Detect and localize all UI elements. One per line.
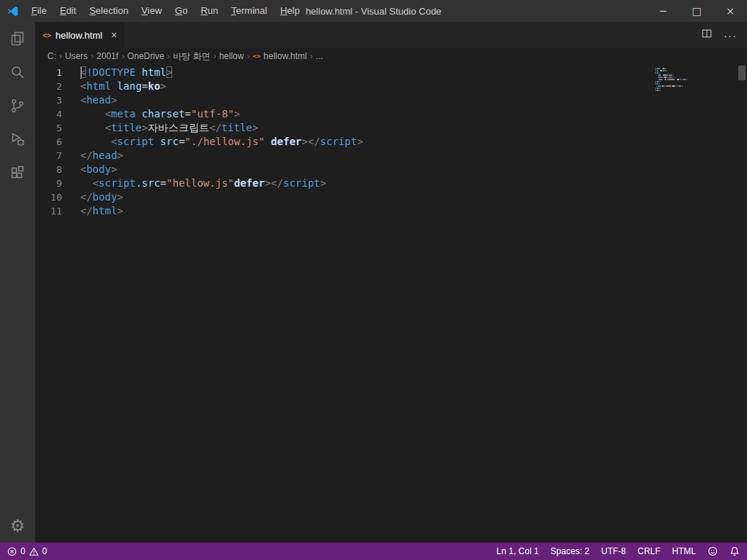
search-icon (9, 63, 26, 81)
menu-go[interactable]: Go (169, 0, 194, 22)
breadcrumb-item[interactable]: C: (47, 51, 56, 61)
editor[interactable]: 1<!DOCTYPE html>2<html lang=ko>3<head>4 … (35, 64, 747, 542)
vscode-window: FileEditSelectionViewGoRunTerminalHelp h… (0, 0, 747, 560)
code-line[interactable]: 6 <script src="./hellow.js" defer></scri… (35, 135, 747, 149)
code-line[interactable]: 5 <title>자바스크립트</title> (35, 121, 747, 135)
activity-bar-manage[interactable]: ⚙ (0, 509, 35, 542)
source-control-branch-icon (9, 97, 26, 114)
tab-hellow-html[interactable]: <> hellow.html × (35, 22, 125, 48)
breadcrumb-item[interactable]: Users (65, 51, 88, 61)
status-bar: 0 0 Ln 1, Col 1Spaces: 2UTF-8CRLFHTML (0, 542, 747, 560)
title-bar: FileEditSelectionViewGoRunTerminalHelp h… (0, 0, 747, 22)
menu-terminal[interactable]: Terminal (225, 0, 274, 22)
status-indentation[interactable]: Spaces: 2 (551, 546, 589, 556)
breadcrumb-item[interactable]: 2001f (96, 51, 118, 61)
gear-icon: ⚙ (10, 518, 26, 534)
chevron-right-icon: › (247, 51, 249, 61)
editor-group: <> hellow.html × ··· C:›Users›2001f›OneD… (35, 22, 747, 542)
tab-bar: <> hellow.html × ··· (35, 22, 747, 48)
chevron-right-icon: › (90, 51, 93, 61)
html-file-icon: <> (42, 31, 51, 39)
menu-help[interactable]: Help (274, 0, 306, 22)
status-eol[interactable]: CRLF (638, 546, 660, 556)
code-line[interactable]: 7</head> (35, 149, 747, 163)
line-number: 4 (35, 107, 80, 121)
breadcrumb-item[interactable]: 바탕 화면 (173, 50, 210, 63)
feedback-smiley-icon[interactable] (708, 546, 718, 556)
minimap[interactable] (655, 68, 702, 92)
line-number: 10 (35, 190, 80, 204)
explorer-files-icon (9, 30, 26, 47)
breadcrumb-item[interactable]: hellow (219, 51, 244, 61)
status-encoding[interactable]: UTF-8 (601, 546, 626, 556)
status-cursor-position[interactable]: Ln 1, Col 1 (497, 546, 539, 556)
menu-selection[interactable]: Selection (82, 0, 134, 22)
warning-count: 0 (42, 546, 47, 556)
status-language-mode[interactable]: HTML (672, 546, 696, 556)
split-editor-button[interactable] (702, 28, 712, 42)
code-line[interactable]: 9 <script.src="hellow.js"defer></script> (35, 176, 747, 190)
notifications-bell-icon[interactable] (729, 546, 740, 556)
tab-label: hellow.html (55, 30, 102, 41)
menu-bar: FileEditSelectionViewGoRunTerminalHelp (25, 0, 306, 22)
code-line[interactable]: 11</html> (35, 204, 747, 218)
vscode-logo-icon (0, 5, 25, 18)
breadcrumb-item[interactable]: <>hellow.html (252, 51, 306, 61)
tab-close-icon[interactable]: × (111, 29, 117, 41)
extensions-icon (9, 164, 26, 182)
line-number: 8 (35, 163, 80, 176)
activity-bar-extensions[interactable] (0, 156, 35, 190)
line-number: 5 (35, 121, 80, 135)
line-number: 3 (35, 93, 80, 107)
run-and-debug-icon (9, 131, 26, 148)
code-line[interactable]: 4 <meta charset="utf-8"> (35, 107, 747, 121)
line-number: 9 (35, 176, 80, 190)
scrollbar-thumb[interactable] (738, 66, 746, 80)
breadcrumb-item[interactable]: ... (316, 51, 323, 61)
editor-scrollbar[interactable] (737, 64, 747, 542)
activity-bar-run-debug[interactable] (0, 122, 35, 156)
split-editor-icon (702, 28, 712, 39)
line-number: 11 (35, 204, 80, 218)
line-number: 6 (35, 135, 80, 149)
chevron-right-icon: › (310, 51, 313, 61)
more-actions-button[interactable]: ··· (724, 29, 737, 42)
error-count: 0 (20, 546, 26, 556)
chevron-right-icon: › (121, 51, 124, 61)
activity-bar: ⚙ (0, 22, 35, 542)
code-line[interactable]: 2<html lang=ko> (35, 79, 747, 93)
chevron-right-icon: › (213, 51, 216, 61)
editor-actions: ··· (702, 22, 747, 48)
code-line[interactable]: 8<body> (35, 163, 747, 176)
breadcrumb: C:›Users›2001f›OneDrive›바탕 화면›hellow›<>h… (35, 48, 747, 64)
activity-bar-explorer[interactable] (0, 22, 35, 55)
error-icon (7, 547, 17, 556)
window-controls: ─ □ × (646, 0, 747, 22)
menu-file[interactable]: File (25, 0, 53, 22)
line-number: 7 (35, 149, 80, 163)
code-line[interactable]: 1<!DOCTYPE html> (35, 66, 747, 79)
html-file-icon: <> (252, 52, 260, 60)
maximize-button[interactable]: □ (680, 0, 713, 22)
warning-icon (29, 547, 39, 556)
activity-bar-search[interactable] (0, 55, 35, 89)
chevron-right-icon: › (59, 51, 62, 61)
line-number: 1 (35, 66, 80, 79)
breadcrumb-item[interactable]: OneDrive (127, 51, 164, 61)
close-button[interactable]: × (713, 0, 747, 22)
menu-view[interactable]: View (135, 0, 169, 22)
minimize-button[interactable]: ─ (646, 0, 680, 22)
status-right-items: Ln 1, Col 1Spaces: 2UTF-8CRLFHTML (497, 546, 696, 556)
problems-indicator[interactable]: 0 0 (7, 546, 47, 556)
menu-run[interactable]: Run (194, 0, 225, 22)
code-line[interactable]: 3<head> (35, 93, 747, 107)
menu-edit[interactable]: Edit (53, 0, 82, 22)
chevron-right-icon: › (167, 51, 170, 61)
activity-bar-source-control[interactable] (0, 89, 35, 122)
line-number: 2 (35, 79, 80, 93)
code-line[interactable]: 10</body> (35, 190, 747, 204)
code-lines: 1<!DOCTYPE html>2<html lang=ko>3<head>4 … (35, 66, 747, 218)
